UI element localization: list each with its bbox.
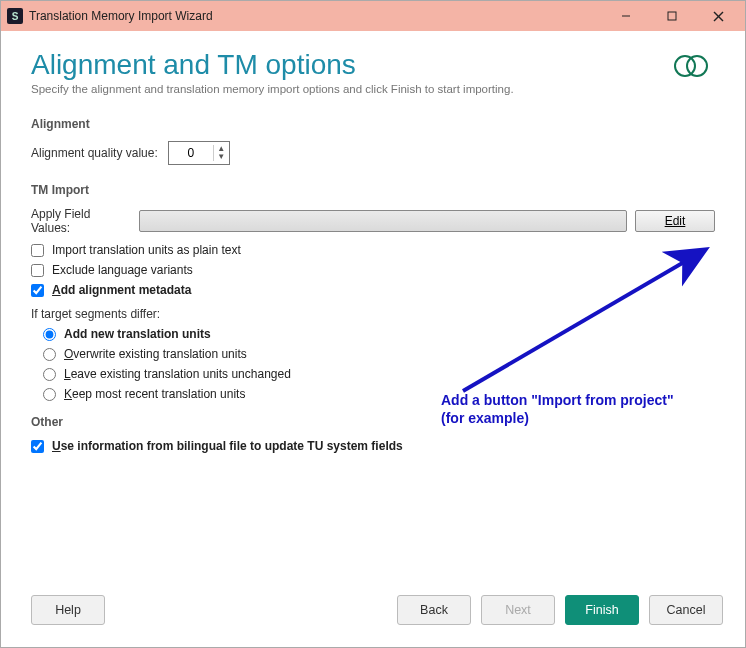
tm-import-heading: TM Import <box>31 183 715 197</box>
rad-add-new[interactable]: Add new translation units <box>43 327 715 341</box>
chk-exclude-variants-label: Exclude language variants <box>52 263 193 277</box>
edit-button[interactable]: Edit <box>635 210 715 232</box>
chk-exclude-variants-box[interactable] <box>31 264 44 277</box>
alignment-quality-label: Alignment quality value: <box>31 146 158 160</box>
chk-plain-text-box[interactable] <box>31 244 44 257</box>
spinner-arrows[interactable]: ▲▼ <box>213 145 229 161</box>
close-button[interactable] <box>695 1 741 31</box>
differ-label: If target segments differ: <box>31 307 715 321</box>
rad-add-new-label: Add new translation units <box>64 327 211 341</box>
svg-point-4 <box>675 56 695 76</box>
annotation-text: Add a button "Import from project" (for … <box>441 391 711 427</box>
footer: Help Back Next Finish Cancel <box>1 587 745 647</box>
titlebar: S Translation Memory Import Wizard <box>1 1 745 31</box>
annotation-line1: Add a button "Import from project" <box>441 391 711 409</box>
chk-bilingual[interactable]: Use information from bilingual file to u… <box>31 439 715 453</box>
rings-icon <box>671 53 711 82</box>
alignment-quality-spinner[interactable]: ▲▼ <box>168 141 230 165</box>
rad-keep-label: Keep most recent translation units <box>64 387 245 401</box>
rad-leave-input[interactable] <box>43 368 56 381</box>
rad-leave-label: Leave existing translation units unchang… <box>64 367 291 381</box>
content-area: Alignment and TM options Specify the ali… <box>1 31 745 587</box>
rad-leave[interactable]: Leave existing translation units unchang… <box>43 367 715 381</box>
chk-add-metadata-box[interactable] <box>31 284 44 297</box>
minimize-icon <box>621 11 631 21</box>
alignment-quality-input[interactable] <box>169 146 213 160</box>
minimize-button[interactable] <box>603 1 649 31</box>
chk-plain-text-label: Import translation units as plain text <box>52 243 241 257</box>
cancel-button[interactable]: Cancel <box>649 595 723 625</box>
apply-field-input[interactable] <box>139 210 627 232</box>
rad-overwrite-label: Overwrite existing translation units <box>64 347 247 361</box>
next-button: Next <box>481 595 555 625</box>
rad-overwrite[interactable]: Overwrite existing translation units <box>43 347 715 361</box>
chk-bilingual-box[interactable] <box>31 440 44 453</box>
rad-keep-input[interactable] <box>43 388 56 401</box>
rad-add-new-input[interactable] <box>43 328 56 341</box>
alignment-heading: Alignment <box>31 117 715 131</box>
chk-plain-text[interactable]: Import translation units as plain text <box>31 243 715 257</box>
wizard-window: S Translation Memory Import Wizard Align… <box>0 0 746 648</box>
help-button[interactable]: Help <box>31 595 105 625</box>
close-icon <box>713 11 724 22</box>
back-button[interactable]: Back <box>397 595 471 625</box>
apply-field-label: Apply Field Values: <box>31 207 131 235</box>
maximize-button[interactable] <box>649 1 695 31</box>
chk-bilingual-label: Use information from bilingual file to u… <box>52 439 403 453</box>
maximize-icon <box>667 11 677 21</box>
svg-rect-1 <box>668 12 676 20</box>
svg-point-5 <box>687 56 707 76</box>
finish-button[interactable]: Finish <box>565 595 639 625</box>
page-subtitle: Specify the alignment and translation me… <box>31 83 715 95</box>
window-title: Translation Memory Import Wizard <box>29 9 603 23</box>
page-title: Alignment and TM options <box>31 49 715 81</box>
app-icon: S <box>7 8 23 24</box>
chk-exclude-variants[interactable]: Exclude language variants <box>31 263 715 277</box>
chk-add-metadata-label: Add alignment metadata <box>52 283 191 297</box>
annotation-line2: (for example) <box>441 409 711 427</box>
chk-add-metadata[interactable]: Add alignment metadata <box>31 283 715 297</box>
rad-overwrite-input[interactable] <box>43 348 56 361</box>
